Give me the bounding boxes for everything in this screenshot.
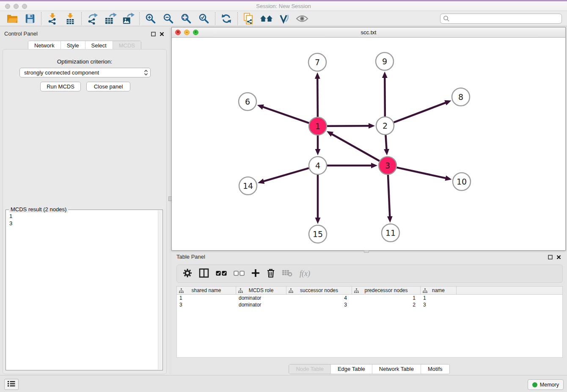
cell-predecessor-nodes[interactable]: 1 <box>352 295 421 301</box>
main-toolbar <box>0 11 567 26</box>
cell-name[interactable]: 1 <box>421 295 457 301</box>
zoom-fit-icon[interactable] <box>177 12 195 25</box>
show-column-icon[interactable] <box>199 268 209 279</box>
float-panel-icon[interactable] <box>151 30 156 38</box>
column-header-shared-name[interactable]: shared name <box>177 287 236 294</box>
deselect-all-icon[interactable] <box>234 270 245 278</box>
export-network-icon[interactable] <box>84 12 102 25</box>
list-icon <box>8 381 15 389</box>
column-type-icon <box>354 288 359 294</box>
node-15[interactable]: 15 <box>309 225 327 243</box>
node-6[interactable]: 6 <box>239 93 256 110</box>
network-canvas[interactable]: 7968124314101511 <box>172 38 565 250</box>
toolbar-separator <box>215 12 215 25</box>
table-options-icon[interactable] <box>183 268 192 279</box>
node-9[interactable]: 9 <box>376 52 394 70</box>
edge-2-3[interactable] <box>384 135 389 155</box>
node-8[interactable]: 8 <box>452 88 470 106</box>
node-1[interactable]: 1 <box>309 117 327 135</box>
edge-3-1[interactable] <box>327 131 380 161</box>
table-row[interactable]: 1dominator411 <box>177 295 562 301</box>
edge-1-4[interactable] <box>315 135 321 155</box>
edge-1-7[interactable] <box>315 72 320 117</box>
export-table-icon[interactable] <box>102 12 119 25</box>
task-history-button[interactable] <box>4 379 19 390</box>
network-window-titlebar[interactable]: ✕ − + scc.txt <box>172 28 565 38</box>
table-row[interactable]: 3dominator323 <box>177 301 562 308</box>
node-3[interactable]: 3 <box>379 157 396 174</box>
criterion-dropdown[interactable]: strongly connected component <box>19 68 151 77</box>
tab-motifs[interactable]: Motifs <box>421 364 449 374</box>
close-panel-icon[interactable] <box>556 254 561 261</box>
close-panel-button[interactable]: Close panel <box>86 82 130 91</box>
zoom-in-icon[interactable] <box>142 12 160 25</box>
column-header-name[interactable]: name <box>421 287 457 294</box>
edge-3-11[interactable] <box>387 175 393 223</box>
cell-predecessor-nodes[interactable]: 2 <box>352 301 421 308</box>
add-column-icon[interactable] <box>251 269 260 279</box>
cell-shared-name[interactable]: 3 <box>177 301 236 308</box>
tab-mcds[interactable]: MCDS <box>113 41 141 50</box>
tab-style[interactable]: Style <box>61 41 85 50</box>
search-input[interactable] <box>440 14 562 24</box>
node-11[interactable]: 11 <box>382 224 399 242</box>
edge-2-8[interactable] <box>394 100 451 122</box>
save-session-icon[interactable] <box>21 12 39 25</box>
node-2[interactable]: 2 <box>376 117 394 135</box>
tab-edge-table[interactable]: Edge Table <box>330 364 372 374</box>
cell-successor-nodes[interactable]: 4 <box>286 295 352 301</box>
cell-shared-name[interactable]: 1 <box>177 295 236 301</box>
tab-node-table[interactable]: Node Table <box>289 364 330 374</box>
edge-4-15[interactable] <box>315 175 321 224</box>
tab-select[interactable]: Select <box>85 41 113 50</box>
export-image-icon[interactable] <box>119 12 137 25</box>
float-panel-icon[interactable] <box>548 254 553 261</box>
control-panel-title: Control Panel <box>4 30 38 37</box>
cell-mcds-role[interactable]: dominator <box>236 295 286 301</box>
node-10[interactable]: 10 <box>453 173 471 190</box>
delete-column-icon[interactable] <box>267 268 275 279</box>
open-session-icon[interactable] <box>3 12 21 25</box>
column-header-mcds-role[interactable]: MCDS role <box>236 287 286 294</box>
cell-successor-nodes[interactable]: 3 <box>286 301 352 308</box>
edge-2-9[interactable] <box>382 72 388 116</box>
result-scrollbar[interactable] <box>158 210 162 370</box>
criterion-value: strongly connected component <box>20 69 142 76</box>
cell-name[interactable]: 3 <box>421 301 457 308</box>
cell-mcds-role[interactable]: dominator <box>236 301 286 308</box>
close-panel-icon[interactable] <box>160 30 164 38</box>
clone-network-icon[interactable] <box>240 12 258 25</box>
node-14[interactable]: 14 <box>239 177 257 195</box>
show-graphics-details-icon[interactable] <box>293 12 311 25</box>
svg-text:6: 6 <box>245 97 250 106</box>
column-header-successor-nodes[interactable]: successor nodes <box>286 287 352 294</box>
run-mcds-button[interactable]: Run MCDS <box>40 82 81 91</box>
edge-4-14[interactable] <box>258 168 309 184</box>
node-4[interactable]: 4 <box>309 157 327 174</box>
import-network-icon[interactable] <box>44 12 61 25</box>
tab-network[interactable]: Network <box>28 41 61 50</box>
node-7[interactable]: 7 <box>308 53 326 71</box>
edge-3-10[interactable] <box>396 168 451 181</box>
zoom-selected-icon[interactable] <box>195 12 213 25</box>
function-builder-icon[interactable]: f(x) <box>300 269 310 278</box>
tab-network-table[interactable]: Network Table <box>372 364 421 374</box>
edge-1-2[interactable] <box>327 123 375 129</box>
memory-button[interactable]: Memory <box>528 379 564 390</box>
select-all-icon[interactable] <box>216 270 227 278</box>
mcds-result-lines: 13 <box>6 210 162 227</box>
svg-text:7: 7 <box>315 58 320 67</box>
column-header-predecessor-nodes[interactable]: predecessor nodes <box>352 287 421 294</box>
edge-4-3[interactable] <box>327 163 377 168</box>
edge-1-6[interactable] <box>257 105 309 123</box>
delete-table-icon[interactable] <box>282 269 293 279</box>
import-table-icon[interactable] <box>61 12 79 25</box>
zoom-out-icon[interactable] <box>160 12 177 25</box>
refresh-view-icon[interactable] <box>217 12 235 25</box>
table-body: 1dominator4113dominator323 <box>177 295 562 308</box>
column-label: shared name <box>191 287 221 293</box>
cytoscape-bird-icon[interactable] <box>275 12 293 25</box>
first-neighbors-icon[interactable] <box>258 12 275 25</box>
svg-text:15: 15 <box>313 229 323 239</box>
mcds-result-title: MCDS result (2 nodes) <box>9 206 68 213</box>
